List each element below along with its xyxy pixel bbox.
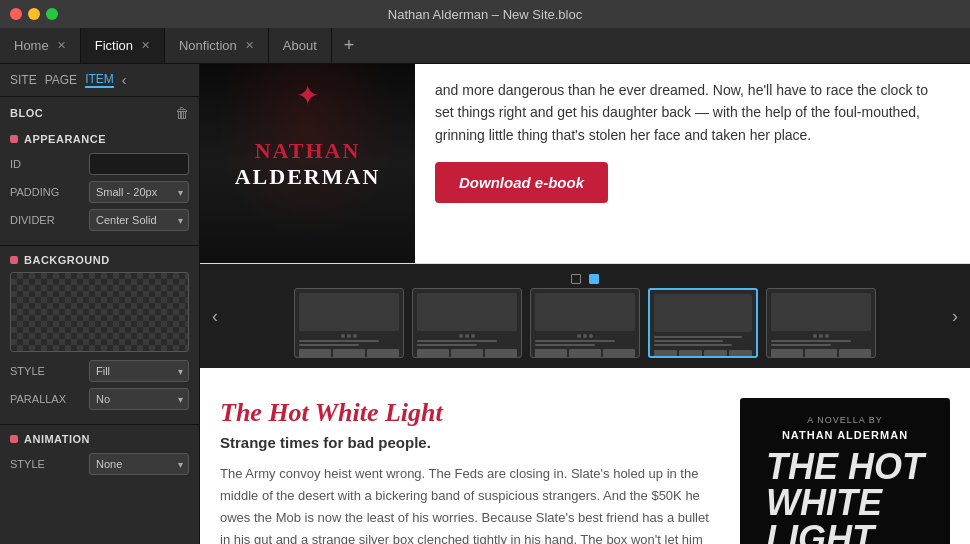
nav-item[interactable]: ITEM — [85, 72, 114, 88]
lower-book-title: The Hot White Light — [220, 398, 720, 428]
padding-field-row: PADDING Small - 20px — [10, 181, 189, 203]
lower-cover: A NOVELLA BY NATHAN ALDERMAN THE HOT WHI… — [740, 398, 950, 544]
animation-header: ANIMATION — [10, 433, 189, 445]
parallax-field-row: PARALLAX No — [10, 388, 189, 410]
close-button[interactable] — [10, 8, 22, 20]
cover-title-line3: LIGHT — [766, 521, 924, 544]
tab-nonfiction-label: Nonfiction — [179, 38, 237, 53]
layout-thumb-1[interactable] — [294, 288, 404, 358]
id-input[interactable] — [89, 153, 189, 175]
download-button[interactable]: Download e-book — [435, 162, 608, 203]
trash-icon[interactable]: 🗑 — [175, 105, 189, 121]
lower-cover-title: THE HOT WHITE LIGHT — [766, 449, 924, 544]
layout-thumb-4[interactable] — [648, 288, 758, 358]
padding-label: PADDING — [10, 186, 59, 198]
tab-about-label: About — [283, 38, 317, 53]
anim-style-label: STYLE — [10, 458, 45, 470]
main-layout: SITE PAGE ITEM ‹ BLOC 🗑 APPEARANCE ID — [0, 64, 970, 544]
sidebar: SITE PAGE ITEM ‹ BLOC 🗑 APPEARANCE ID — [0, 64, 200, 544]
tab-home-close[interactable]: ✕ — [57, 39, 66, 52]
style-label: STYLE — [10, 365, 45, 377]
cover-title-line2: WHITE — [766, 485, 924, 521]
id-field-row: ID — [10, 153, 189, 175]
layout-prev-button[interactable]: ‹ — [200, 306, 230, 327]
tab-fiction-close[interactable]: ✕ — [141, 39, 150, 52]
window-controls — [10, 8, 58, 20]
padding-select-wrapper: Small - 20px — [89, 181, 189, 203]
layout-thumb-3[interactable] — [530, 288, 640, 358]
lower-book-subtitle: Strange times for bad people. — [220, 434, 720, 451]
tab-fiction[interactable]: Fiction ✕ — [81, 28, 165, 63]
layout-thumb-5[interactable] — [766, 288, 876, 358]
bloc-label: BLOC — [10, 107, 43, 119]
animation-section: ANIMATION STYLE None — [0, 425, 199, 489]
lower-book-text: The Hot White Light Strange times for ba… — [220, 398, 720, 544]
book-cover: ✦ NATHAN ALDERMAN — [200, 64, 415, 263]
style-select[interactable]: Fill — [89, 360, 189, 382]
cover-title-line1: THE HOT — [766, 449, 924, 485]
cover-decoration: ✦ — [296, 79, 319, 112]
tab-home-label: Home — [14, 38, 49, 53]
parallax-label: PARALLAX — [10, 393, 66, 405]
divider-field-row: DIVIDER Center Solid — [10, 209, 189, 231]
layout-picker: ‹ — [200, 264, 970, 368]
divider-select-wrapper: Center Solid — [89, 209, 189, 231]
style-field-row: STYLE Fill — [10, 360, 189, 382]
layout-picker-inner — [230, 274, 940, 358]
background-section: BACKGROUND STYLE Fill PARALLAX No — [0, 246, 199, 425]
style-select-wrapper: Fill — [89, 360, 189, 382]
tab-add-button[interactable]: + — [332, 28, 367, 63]
lower-book-description: The Army convoy heist went wrong. The Fe… — [220, 463, 720, 544]
parallax-select-wrapper: No — [89, 388, 189, 410]
anim-style-field-row: STYLE None — [10, 453, 189, 475]
tab-nonfiction-close[interactable]: ✕ — [245, 39, 254, 52]
tab-fiction-label: Fiction — [95, 38, 133, 53]
background-preview[interactable] — [10, 272, 189, 352]
layout-dot-1[interactable] — [571, 274, 581, 284]
divider-select[interactable]: Center Solid — [89, 209, 189, 231]
book-cover-inner: ✦ NATHAN ALDERMAN — [200, 64, 415, 263]
layout-dot-2[interactable] — [589, 274, 599, 284]
divider-label: DIVIDER — [10, 214, 55, 226]
layout-thumb-2[interactable] — [412, 288, 522, 358]
layout-indicators — [571, 274, 599, 284]
nav-page[interactable]: PAGE — [45, 73, 77, 87]
maximize-button[interactable] — [46, 8, 58, 20]
padding-select[interactable]: Small - 20px — [89, 181, 189, 203]
book-text-area: and more dangerous than he ever dreamed.… — [415, 64, 970, 263]
sidebar-nav: SITE PAGE ITEM ‹ — [0, 64, 199, 97]
cover-author-last: ALDERMAN — [235, 164, 381, 190]
appearance-header: APPEARANCE — [10, 133, 189, 145]
window-title: Nathan Alderman – New Site.bloc — [388, 7, 582, 22]
lower-cover-author: NATHAN ALDERMAN — [782, 429, 908, 441]
nav-site[interactable]: SITE — [10, 73, 37, 87]
tab-home[interactable]: Home ✕ — [0, 28, 81, 63]
tab-bar: Home ✕ Fiction ✕ Nonfiction ✕ About + — [0, 28, 970, 64]
lower-section: The Hot White Light Strange times for ba… — [200, 368, 970, 544]
content-area: ✦ NATHAN ALDERMAN and more dangerous tha… — [200, 64, 970, 544]
cover-author-name: NATHAN ALDERMAN — [235, 138, 381, 190]
background-header: BACKGROUND — [10, 254, 189, 266]
minimize-button[interactable] — [28, 8, 40, 20]
tab-nonfiction[interactable]: Nonfiction ✕ — [165, 28, 269, 63]
lower-cover-inner: A NOVELLA BY NATHAN ALDERMAN THE HOT WHI… — [740, 398, 950, 544]
layout-next-button[interactable]: › — [940, 306, 970, 327]
anim-style-select-wrapper: None — [89, 453, 189, 475]
appearance-section: APPEARANCE ID PADDING Small - 20px DIVID… — [0, 129, 199, 246]
tab-about[interactable]: About — [269, 28, 332, 63]
bloc-section-header: BLOC 🗑 — [0, 97, 199, 129]
title-bar: Nathan Alderman – New Site.bloc — [0, 0, 970, 28]
parallax-select[interactable]: No — [89, 388, 189, 410]
layout-options — [294, 288, 876, 358]
anim-style-select[interactable]: None — [89, 453, 189, 475]
book-section-top: ✦ NATHAN ALDERMAN and more dangerous tha… — [200, 64, 970, 264]
cover-author-first: NATHAN — [235, 138, 381, 164]
nav-back-button[interactable]: ‹ — [122, 72, 127, 88]
id-label: ID — [10, 158, 21, 170]
book-body-text: and more dangerous than he ever dreamed.… — [435, 79, 950, 146]
lower-cover-byline: A NOVELLA BY — [807, 415, 883, 425]
